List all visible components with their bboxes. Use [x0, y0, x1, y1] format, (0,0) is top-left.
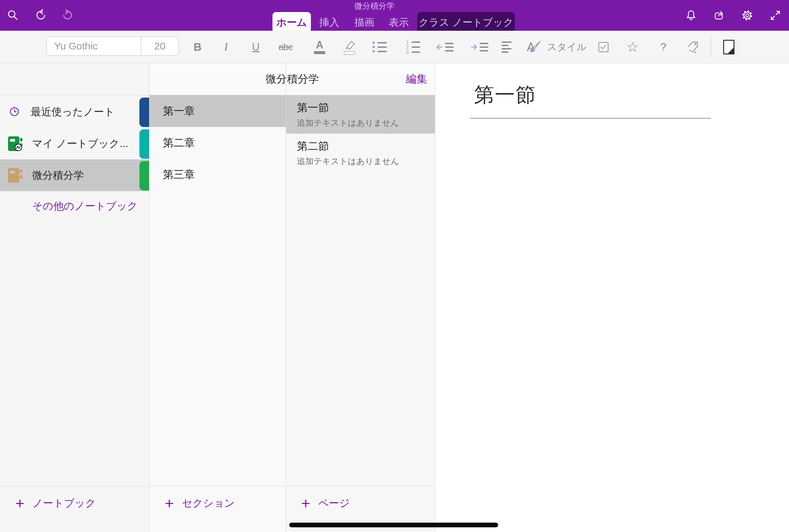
sidebar-item-label: マイ ノートブック... — [32, 137, 128, 151]
styles-label: スタイル — [547, 40, 587, 54]
tab-home[interactable]: ホーム — [273, 12, 311, 33]
tab-insert-label: 挿入 — [319, 16, 339, 30]
important-star-button[interactable]: ☆ — [623, 31, 642, 63]
styles-icon: A — [527, 39, 542, 55]
tab-class-notebook[interactable]: クラス ノートブック — [417, 12, 515, 33]
todo-checkbox-button[interactable] — [594, 31, 613, 63]
sidebar-item-my-notebook[interactable]: マイ ノートブック... — [0, 128, 149, 159]
bullet-list-icon — [372, 41, 387, 53]
highlighter-button[interactable] — [340, 31, 359, 63]
numbered-list-icon: 1 2 3 — [405, 40, 420, 54]
outdent-arrow-icon — [436, 43, 443, 51]
bold-button[interactable]: B — [188, 31, 207, 63]
plus-icon: + — [301, 496, 310, 511]
onenote-app: 微分積分学 ホーム 挿入 描画 表示 クラス ノートブック — [0, 0, 789, 532]
star-icon: ☆ — [626, 40, 639, 54]
sidebar-item-label: 最近使ったノート — [31, 105, 115, 119]
sidebar-item-calculus-notebook[interactable]: 微分積分学 — [0, 159, 149, 191]
underline-button[interactable]: U — [246, 31, 265, 63]
align-left-icon — [502, 41, 511, 53]
edit-button[interactable]: 編集 — [406, 63, 427, 95]
page-item-subtitle: 追加テキストはありません — [297, 156, 399, 167]
top-app-bar: 微分積分学 ホーム 挿入 描画 表示 クラス ノートブック — [0, 0, 789, 31]
toolbar-divider — [710, 37, 711, 57]
add-page-button[interactable]: + ページ — [301, 494, 350, 513]
header-row-divider — [0, 95, 435, 95]
checkbox-icon — [598, 42, 608, 52]
font-size-value[interactable]: 20 — [141, 37, 178, 55]
font-name-value[interactable]: Yu Gothic — [47, 40, 141, 52]
notebook-icon-green — [7, 135, 23, 152]
page-item-section1[interactable]: 第一節 追加テキストはありません — [286, 95, 435, 134]
page-view-button[interactable] — [719, 31, 738, 63]
question-mark-icon: ? — [660, 40, 666, 54]
fullscreen-expand-icon[interactable] — [769, 9, 782, 22]
add-section-button[interactable]: + セクション — [165, 494, 235, 513]
tab-insert[interactable]: 挿入 — [313, 12, 346, 33]
page-title-underline — [470, 118, 711, 119]
page-corner-fold-icon — [723, 40, 734, 55]
search-icon[interactable] — [7, 9, 19, 22]
page-canvas[interactable]: 第一節 — [435, 63, 789, 532]
question-tag-button[interactable]: ? — [654, 31, 673, 63]
settings-gear-icon[interactable] — [741, 9, 754, 22]
add-page-label: ページ — [318, 496, 350, 510]
notebook-panel-header: 微分積分学 編集 — [149, 63, 435, 95]
strikethrough-button[interactable]: abc — [276, 31, 295, 63]
bullet-list-button[interactable] — [370, 31, 389, 63]
plus-icon: + — [165, 496, 174, 511]
tag-icon — [687, 40, 700, 54]
sidebar-item-label: 微分積分学 — [32, 168, 84, 183]
redo-icon[interactable] — [61, 9, 74, 22]
home-indicator[interactable] — [289, 522, 498, 527]
italic-button[interactable]: I — [217, 31, 236, 63]
tab-home-label: ホーム — [277, 16, 307, 30]
font-color-swatch — [314, 51, 325, 54]
section-label: 第三章 — [163, 167, 195, 182]
highlight-color-swatch — [344, 51, 355, 55]
font-picker[interactable]: Yu Gothic 20 — [46, 36, 179, 56]
sections-pages-divider — [286, 63, 286, 532]
section-item-chapter1[interactable]: 第一章 — [149, 95, 286, 127]
indent-arrow-icon — [471, 43, 477, 51]
styles-button[interactable]: A スタイル — [527, 31, 594, 63]
page-title[interactable]: 第一節 — [474, 81, 536, 109]
topbar-left-icons — [7, 0, 74, 31]
custom-tag-button[interactable] — [684, 31, 702, 63]
numbered-list-button[interactable]: 1 2 3 — [403, 31, 422, 63]
page-item-subtitle: 追加テキストはありません — [297, 117, 399, 128]
notifications-bell-icon[interactable] — [685, 9, 697, 22]
sidebar-item-recent-notes[interactable]: 最近使ったノート — [0, 96, 149, 128]
topbar-right-icons — [685, 0, 782, 31]
formatting-toolbar: Yu Gothic 20 B I U abc A — [0, 31, 789, 63]
notebook-icon-tan — [7, 167, 23, 184]
notebook-header-title: 微分積分学 — [149, 63, 435, 95]
tab-class-notebook-label: クラス ノートブック — [418, 16, 513, 30]
window-document-title: 微分積分学 — [334, 1, 415, 11]
sync-badge-icon — [15, 144, 22, 151]
highlighter-pen-icon — [342, 39, 356, 50]
add-notebook-button[interactable]: + ノートブック — [15, 494, 96, 513]
indent-button[interactable] — [468, 31, 490, 63]
outdent-button[interactable] — [434, 31, 456, 63]
font-color-letter: A — [316, 40, 323, 50]
page-item-section2[interactable]: 第二節 追加テキストはありません — [286, 134, 435, 172]
clock-icon — [7, 104, 22, 119]
section-item-chapter3[interactable]: 第三章 — [149, 159, 286, 190]
font-color-button[interactable]: A — [310, 31, 329, 63]
section-item-chapter2[interactable]: 第二章 — [149, 127, 286, 159]
share-icon[interactable] — [713, 9, 726, 22]
section-label: 第一章 — [163, 104, 195, 119]
section-label: 第二章 — [163, 136, 195, 150]
add-notebook-label: ノートブック — [33, 496, 96, 510]
pages-content-divider — [435, 63, 435, 532]
pages-panel: 第一節 追加テキストはありません 第二節 追加テキストはありません — [286, 95, 435, 532]
alignment-button[interactable] — [497, 31, 516, 63]
other-notebooks-link[interactable]: その他のノートブック — [32, 198, 138, 214]
page-item-title: 第一節 — [297, 100, 329, 115]
undo-icon[interactable] — [34, 9, 47, 22]
tab-view[interactable]: 表示 — [382, 12, 416, 33]
notebooks-sidebar: 最近使ったノート マイ ノートブック... — [0, 63, 149, 532]
sections-panel: 第一章 第二章 第三章 — [149, 95, 286, 532]
tab-draw[interactable]: 描画 — [348, 12, 381, 33]
